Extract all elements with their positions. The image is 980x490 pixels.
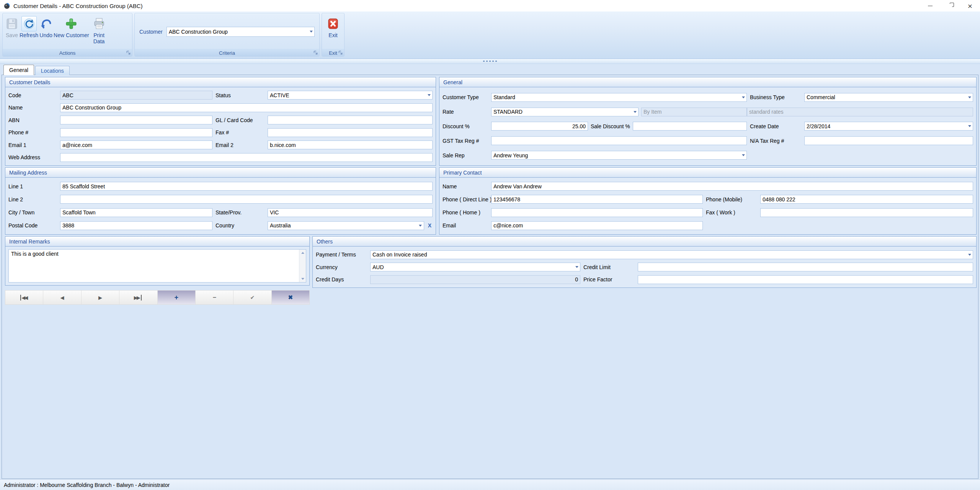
city-town-input[interactable] bbox=[60, 208, 212, 217]
minimize-button[interactable] bbox=[920, 0, 940, 11]
contact-name-input[interactable] bbox=[491, 182, 973, 191]
ribbon-group-criteria: Customer Criteria bbox=[134, 13, 320, 57]
cancel-edit-icon: ✖ bbox=[288, 294, 293, 301]
nav-delete-button[interactable]: − bbox=[196, 291, 234, 304]
criteria-dialog-launcher-icon[interactable] bbox=[314, 51, 318, 55]
internal-remarks-textarea[interactable]: This is a good client bbox=[9, 250, 299, 282]
customer-combo-input[interactable] bbox=[167, 29, 308, 35]
create-date-input[interactable] bbox=[805, 123, 966, 129]
chevron-down-icon[interactable] bbox=[966, 251, 973, 259]
email1-input[interactable] bbox=[60, 140, 212, 149]
gl-card-code-input[interactable] bbox=[268, 116, 433, 124]
panel-title: Primary Contact bbox=[439, 168, 976, 178]
criteria-group-caption: Criteria bbox=[135, 49, 319, 56]
refresh-button[interactable]: Refresh bbox=[20, 13, 38, 50]
email2-input[interactable] bbox=[268, 140, 433, 149]
tab-general[interactable]: General bbox=[3, 65, 34, 75]
currency-combo-input[interactable] bbox=[371, 264, 573, 270]
chevron-down-icon[interactable] bbox=[632, 108, 638, 116]
state-prov-input[interactable] bbox=[268, 208, 433, 217]
scrollbar[interactable] bbox=[299, 250, 306, 282]
name-input[interactable] bbox=[60, 103, 433, 112]
code-label: Code bbox=[8, 92, 60, 98]
currency-combo[interactable] bbox=[370, 263, 580, 271]
chevron-down-icon[interactable] bbox=[740, 93, 746, 101]
new-customer-button[interactable]: New Customer bbox=[54, 13, 89, 50]
chevron-down-icon[interactable] bbox=[740, 151, 746, 159]
na-tax-reg-input[interactable] bbox=[804, 136, 973, 145]
business-type-combo-input[interactable] bbox=[805, 94, 966, 100]
gst-tax-reg-input[interactable] bbox=[491, 136, 747, 145]
chevron-down-icon[interactable] bbox=[426, 91, 432, 99]
exit-button[interactable]: Exit bbox=[325, 13, 341, 50]
phone-home-input[interactable] bbox=[491, 208, 703, 217]
nav-first-button[interactable]: ◀◀ bbox=[5, 291, 43, 304]
close-button[interactable]: × bbox=[960, 0, 980, 11]
payment-terms-label: Payment / Terms bbox=[316, 252, 370, 258]
fax-input[interactable] bbox=[268, 128, 433, 137]
customer-combo[interactable] bbox=[167, 27, 315, 37]
line2-input[interactable] bbox=[60, 195, 433, 204]
customer-type-combo-input[interactable] bbox=[492, 94, 740, 100]
standard-rates-input bbox=[747, 108, 973, 116]
chevron-down-icon[interactable] bbox=[966, 122, 973, 130]
undo-button[interactable]: Undo bbox=[38, 13, 54, 50]
minimize-icon bbox=[928, 6, 933, 6]
ribbon-splitter-handle[interactable] bbox=[0, 59, 980, 64]
phone-direct-input[interactable] bbox=[491, 195, 703, 204]
rate-combo[interactable] bbox=[491, 108, 639, 116]
business-type-combo[interactable] bbox=[804, 93, 973, 102]
country-clear-icon[interactable]: X bbox=[427, 222, 433, 229]
abn-input[interactable] bbox=[60, 116, 212, 124]
exit-dialog-launcher-icon[interactable] bbox=[338, 51, 343, 55]
price-factor-input[interactable] bbox=[638, 275, 973, 284]
nav-next-button[interactable]: ▶ bbox=[82, 291, 119, 304]
status-combo-input[interactable] bbox=[268, 92, 426, 98]
tab-locations[interactable]: Locations bbox=[35, 66, 70, 75]
nav-prev-button[interactable]: ◀ bbox=[43, 291, 81, 304]
nav-last-button[interactable]: ▶▶ bbox=[119, 291, 157, 304]
phone-input[interactable] bbox=[60, 128, 212, 137]
panel-title: Customer Details bbox=[5, 77, 436, 87]
chevron-down-icon[interactable] bbox=[417, 222, 424, 230]
web-address-input[interactable] bbox=[60, 153, 433, 162]
client-area: Customer Details Code Status Name ABN GL… bbox=[2, 75, 978, 479]
restore-button[interactable] bbox=[940, 0, 960, 11]
panel-general: General Customer Type Business Type Rate bbox=[439, 77, 977, 166]
sale-rep-combo[interactable] bbox=[491, 151, 747, 160]
nav-add-button[interactable]: + bbox=[158, 291, 196, 304]
chevron-down-icon[interactable] bbox=[966, 93, 973, 101]
phone-mobile-input[interactable] bbox=[760, 195, 973, 204]
chevron-down-icon[interactable] bbox=[308, 27, 314, 36]
postal-code-input[interactable] bbox=[60, 221, 212, 230]
country-combo-input[interactable] bbox=[268, 222, 417, 229]
contact-name-label: Name bbox=[443, 183, 491, 189]
sale-discount-input[interactable] bbox=[633, 122, 747, 131]
country-combo[interactable] bbox=[268, 221, 424, 230]
status-text: Administrator : Melbourne Scaffolding Br… bbox=[4, 482, 170, 488]
discount-input[interactable] bbox=[491, 122, 588, 131]
name-label: Name bbox=[8, 105, 60, 111]
print-data-button[interactable]: Print Data bbox=[89, 13, 109, 50]
app-icon bbox=[3, 2, 10, 9]
sale-rep-combo-input[interactable] bbox=[492, 152, 740, 158]
payment-terms-combo-input[interactable] bbox=[371, 252, 966, 258]
code-input[interactable] bbox=[60, 91, 212, 100]
customer-type-combo[interactable] bbox=[491, 93, 747, 102]
create-date-picker[interactable] bbox=[804, 122, 973, 131]
line1-input[interactable] bbox=[60, 182, 433, 191]
chevron-down-icon[interactable] bbox=[573, 263, 580, 271]
credit-limit-input[interactable] bbox=[638, 263, 973, 271]
save-button[interactable]: Save bbox=[4, 13, 20, 50]
nav-cancel-button[interactable]: ✖ bbox=[272, 291, 309, 304]
scroll-up-icon[interactable] bbox=[299, 250, 306, 256]
nav-post-button[interactable]: ✔ bbox=[234, 291, 271, 304]
contact-email-input[interactable] bbox=[491, 221, 703, 230]
status-combo[interactable] bbox=[268, 91, 433, 100]
actions-dialog-launcher-icon[interactable] bbox=[126, 51, 131, 55]
payment-terms-combo[interactable] bbox=[370, 250, 973, 259]
scroll-down-icon[interactable] bbox=[299, 276, 306, 282]
fax-work-input[interactable] bbox=[760, 208, 973, 217]
panel-title: General bbox=[439, 77, 976, 87]
rate-combo-input[interactable] bbox=[492, 109, 632, 115]
